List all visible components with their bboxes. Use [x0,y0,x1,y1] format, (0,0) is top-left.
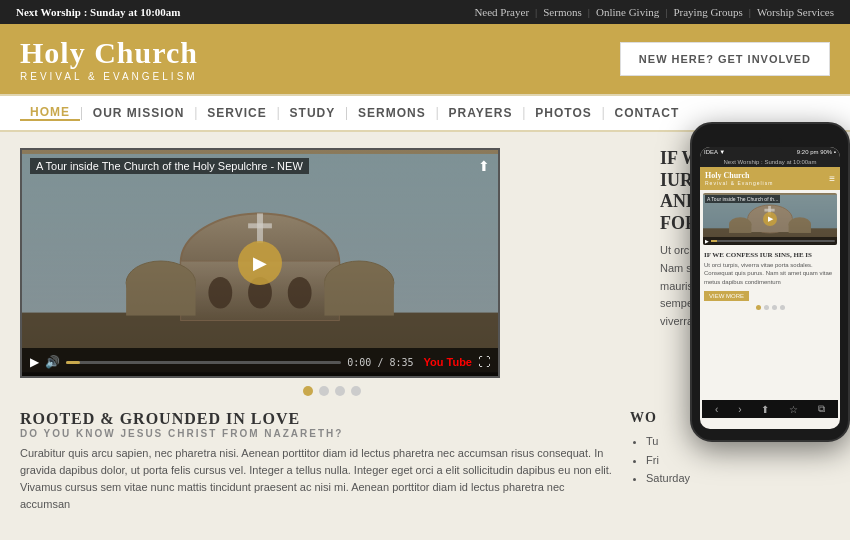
praying-groups-link[interactable]: Praying Groups [673,6,742,18]
phone-carousel-dots [700,303,840,312]
main-content: A Tour inside The Church of the Holy Sep… [0,132,850,396]
carousel-dot-2[interactable] [319,386,329,396]
nav-service[interactable]: SERVICE [197,106,276,120]
sep3: | [665,6,667,18]
phone-video-label: A Tour inside The Church of th... [705,195,780,203]
site-title: Holy Church [20,36,198,69]
phone-ctrl-play: ▶ [705,238,709,244]
need-prayer-link[interactable]: Need Prayer [474,6,529,18]
phone-forward-icon[interactable]: › [738,404,741,415]
sermons-link[interactable]: Sermons [543,6,582,18]
site-subtitle: Revival & Evangelism [20,71,198,82]
video-thumbnail: ▶ [22,150,498,376]
get-involved-button[interactable]: NEW HERE? GET INVOLVED [620,42,830,76]
phone-play-button[interactable]: ▶ [763,212,777,226]
sep2: | [588,6,590,18]
phone-logo-sub: Revival & Evangelism [705,180,773,186]
video-title-label: A Tour inside The Church of the Holy Sep… [30,158,309,174]
svg-rect-5 [126,281,195,316]
phone-header: Holy Church Revival & Evangelism ≡ [700,167,840,190]
phone-article-body: Ut orci turpis, viverra vitae porta soda… [704,261,836,286]
carousel-dot-1[interactable] [303,386,313,396]
phone-topbar: Next Worship : Sunday at 10:00am [700,157,840,167]
carousel-dot-3[interactable] [335,386,345,396]
video-player[interactable]: A Tour inside The Church of the Holy Sep… [20,148,500,378]
phone-menu-icon[interactable]: ≡ [829,173,835,184]
sep4: | [749,6,751,18]
youtube-logo: You Tube [424,356,472,368]
carousel-dots [20,386,644,396]
svg-point-10 [288,277,312,309]
phone-share-icon[interactable]: ⬆ [761,404,769,415]
phone-dot-4[interactable] [780,305,785,310]
site-header: Holy Church Revival & Evangelism NEW HER… [0,24,850,94]
schedule-item-2: Fri [646,451,830,470]
phone-status-bar: IDEA ▼ 9:20 pm 90% ▪ [700,147,840,157]
nav-our-mission[interactable]: OUR MISSION [83,106,195,120]
video-controls-bar[interactable]: ▶ 🔊 0:00 / 8:35 You Tube ⛶ [22,348,498,376]
bottom-title: ROOTED & GROUNDED IN LOVE [20,410,614,428]
carousel-dot-4[interactable] [351,386,361,396]
fullscreen-button[interactable]: ⛶ [478,355,490,370]
bottom-body: Curabitur quis arcu sapien, nec pharetra… [20,445,614,513]
phone-home-bar: ‹ › ⬆ ☆ ⧉ [702,400,838,418]
svg-point-8 [208,277,232,309]
nav-photos[interactable]: PHOTOS [525,106,601,120]
logo-area: Holy Church Revival & Evangelism [20,36,198,82]
svg-rect-18 [729,224,751,233]
phone-dot-1[interactable] [756,305,761,310]
time-display: 0:00 / 8:35 [347,357,413,368]
phone-article-heading: IF WE CONFESS IUR SINS, HE IS [704,251,836,259]
phone-video-thumb[interactable]: A Tour inside The Church of th... ▶ ▶ [703,193,837,245]
phone-viewmore-button[interactable]: VIEW MORE [704,291,749,301]
phone-tabs-icon[interactable]: ⧉ [818,403,825,415]
top-nav-links: Need Prayer | Sermons | Online Giving | … [474,6,834,18]
nav-sermons[interactable]: SERMONS [348,106,436,120]
phone-carrier: IDEA ▼ [704,149,725,155]
nav-prayers[interactable]: PRAYERS [439,106,523,120]
svg-rect-20 [789,224,811,233]
phone-back-icon[interactable]: ‹ [715,404,718,415]
phone-mockup: IDEA ▼ 9:20 pm 90% ▪ Next Worship : Sund… [690,122,850,442]
svg-rect-7 [324,281,393,316]
bottom-article: ROOTED & GROUNDED IN LOVE DO YOU KNOW JE… [20,410,614,513]
worship-services-link[interactable]: Worship Services [757,6,834,18]
worship-notice: Next Worship : Sunday at 10:00am [16,6,181,18]
top-bar: Next Worship : Sunday at 10:00am Need Pr… [0,0,850,24]
schedule-item-3: Saturday [646,469,830,488]
volume-icon[interactable]: 🔊 [45,355,60,370]
phone-dot-3[interactable] [772,305,777,310]
left-content-area: A Tour inside The Church of the Holy Sep… [20,148,644,396]
nav-home[interactable]: HOME [20,105,80,121]
nav-contact[interactable]: CONTACT [605,106,690,120]
phone-bookmark-icon[interactable]: ☆ [789,404,798,415]
share-icon[interactable]: ⬆ [478,158,490,175]
bottom-subtitle: DO YOU KNOW JESUS CHRIST FROM NAZARETH? [20,428,614,439]
online-giving-link[interactable]: Online Giving [596,6,659,18]
progress-fill [66,361,80,364]
nav-study[interactable]: STUDY [280,106,346,120]
sep1: | [535,6,537,18]
phone-screen: IDEA ▼ 9:20 pm 90% ▪ Next Worship : Sund… [700,147,840,429]
phone-notch [758,138,782,143]
phone-battery: 9:20 pm 90% ▪ [797,149,836,155]
play-pause-button[interactable]: ▶ [30,355,39,370]
play-button[interactable]: ▶ [238,241,282,285]
progress-bar[interactable] [66,361,341,364]
phone-control-bar: ▶ [703,237,837,245]
phone-logo: Holy Church [705,171,773,180]
svg-rect-12 [248,223,272,228]
phone-article-section: IF WE CONFESS IUR SINS, HE IS Ut orci tu… [700,248,840,289]
phone-dot-2[interactable] [764,305,769,310]
